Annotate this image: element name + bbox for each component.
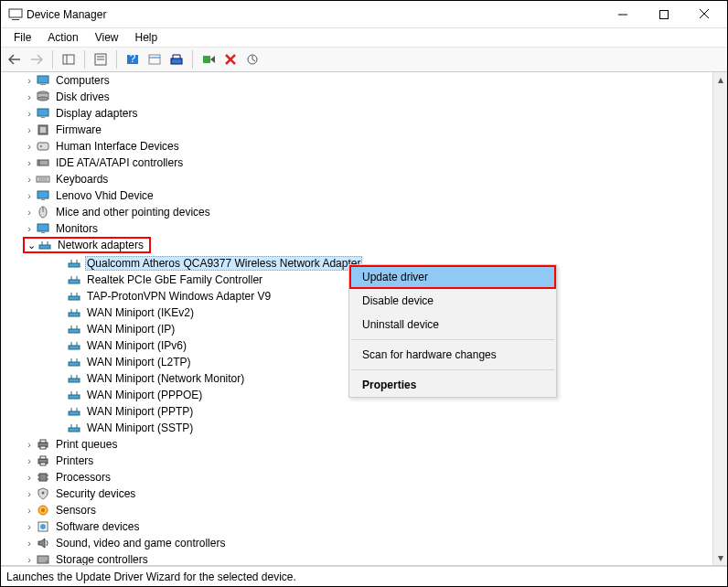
tree-item-label: WAN Miniport (PPTP) xyxy=(85,405,195,418)
menu-view[interactable]: View xyxy=(88,29,126,46)
expand-chevron-icon[interactable]: › xyxy=(23,521,36,532)
expand-chevron-icon[interactable]: › xyxy=(23,207,36,218)
keyboard-icon xyxy=(36,172,50,187)
tree-category[interactable]: ›Printers xyxy=(6,453,712,469)
tree-item-label: Print queues xyxy=(54,438,119,451)
expand-chevron-icon[interactable]: › xyxy=(23,505,36,516)
scroll-up-icon[interactable]: ▴ xyxy=(713,72,727,87)
uninstall-button[interactable] xyxy=(220,49,241,69)
tree-category[interactable]: ›Keyboards xyxy=(6,171,712,187)
svg-point-30 xyxy=(40,145,42,147)
tree-category[interactable]: ›Mice and other pointing devices xyxy=(6,204,712,220)
svg-rect-0 xyxy=(9,9,22,17)
context-menu-item[interactable]: Scan for hardware changes xyxy=(349,343,556,367)
expand-chevron-icon[interactable]: › xyxy=(23,124,36,135)
tree-category[interactable]: ›Security devices xyxy=(6,486,712,502)
tree-category[interactable]: ›Computers xyxy=(6,72,712,89)
tree-category[interactable]: ›Lenovo Vhid Device xyxy=(6,187,712,204)
network-icon xyxy=(67,371,81,386)
expand-chevron-icon[interactable]: › xyxy=(23,141,36,152)
expand-chevron-icon[interactable]: › xyxy=(23,538,36,549)
svg-point-89 xyxy=(42,492,45,495)
app-icon xyxy=(8,7,23,22)
scan-button[interactable] xyxy=(242,49,262,69)
forward-button[interactable] xyxy=(27,49,47,69)
enable-button[interactable] xyxy=(198,49,219,69)
tree-category[interactable]: ›Human Interface Devices xyxy=(6,138,712,155)
expand-chevron-icon[interactable]: › xyxy=(23,223,36,234)
tree-category[interactable]: ›Disk drives xyxy=(6,89,712,105)
toolbar-icon[interactable] xyxy=(145,49,165,69)
svg-text:?: ? xyxy=(130,53,136,65)
display-icon xyxy=(36,106,50,121)
tree-item-adapter[interactable]: WAN Miniport (SSTP) xyxy=(6,420,712,436)
expand-chevron-icon[interactable]: › xyxy=(23,554,36,565)
close-button[interactable] xyxy=(684,2,725,27)
tree-item-adapter[interactable]: WAN Miniport (PPTP) xyxy=(6,403,712,420)
network-icon xyxy=(67,338,81,353)
tree-item-label: Qualcomm Atheros QCA9377 Wireless Networ… xyxy=(85,256,362,271)
maximize-button[interactable] xyxy=(643,2,684,27)
tree-category[interactable]: ›Sound, video and game controllers xyxy=(6,535,712,551)
computer-icon xyxy=(36,73,50,88)
tree-category[interactable]: ›Processors xyxy=(6,469,712,486)
tree-category[interactable]: ›Sensors xyxy=(6,502,712,518)
svg-rect-84 xyxy=(39,474,47,481)
network-icon xyxy=(67,388,81,402)
menu-action[interactable]: Action xyxy=(40,29,85,46)
firmware-icon xyxy=(36,123,50,137)
tree-category[interactable]: ›Monitors xyxy=(6,220,712,237)
properties-button[interactable] xyxy=(91,49,111,69)
expand-chevron-icon[interactable]: ⌄ xyxy=(25,240,37,251)
tree-category[interactable]: ›Storage controllers xyxy=(6,551,712,566)
tree-category[interactable]: ›Print queues xyxy=(6,436,712,453)
show-hide-button[interactable] xyxy=(59,49,79,69)
back-button[interactable] xyxy=(5,49,25,69)
tree-category[interactable]: ›Display adapters xyxy=(6,105,712,122)
tree-item-label: Sound, video and game controllers xyxy=(54,537,227,550)
svg-rect-66 xyxy=(69,379,80,382)
svg-rect-26 xyxy=(41,117,45,118)
scroll-down-icon[interactable]: ▾ xyxy=(713,550,727,565)
tree-category[interactable]: ›Firmware xyxy=(6,122,712,138)
update-driver-button[interactable] xyxy=(166,49,187,69)
menu-help[interactable]: Help xyxy=(128,29,166,46)
tree-item-label: WAN Miniport (SSTP) xyxy=(85,422,195,434)
svg-rect-21 xyxy=(40,84,46,85)
tree-item-label: Realtek PCIe GbE Family Controller xyxy=(85,273,264,286)
expand-chevron-icon[interactable]: › xyxy=(23,174,36,185)
expand-chevron-icon[interactable]: › xyxy=(23,190,36,201)
window-title: Device Manager xyxy=(27,8,602,21)
context-menu-item[interactable]: Update driver xyxy=(349,265,556,289)
context-menu-item[interactable]: Properties xyxy=(349,373,556,397)
menu-file[interactable]: File xyxy=(6,29,38,46)
minimize-button[interactable] xyxy=(602,2,643,27)
context-menu-item[interactable]: Uninstall device xyxy=(349,313,556,336)
network-icon xyxy=(67,256,81,271)
network-icon xyxy=(67,421,81,435)
printer-icon xyxy=(36,437,50,452)
expand-chevron-icon[interactable]: › xyxy=(23,157,36,168)
expand-chevron-icon[interactable]: › xyxy=(23,455,36,466)
tree-category[interactable]: ›Software devices xyxy=(6,518,712,535)
network-icon xyxy=(67,404,81,419)
tree-category[interactable]: ›IDE ATA/ATAPI controllers xyxy=(6,155,712,171)
expand-chevron-icon[interactable]: › xyxy=(23,439,36,450)
expand-chevron-icon[interactable]: › xyxy=(23,108,36,119)
expand-chevron-icon[interactable]: › xyxy=(23,75,36,86)
display-icon xyxy=(36,221,50,236)
expand-chevron-icon[interactable]: › xyxy=(23,472,36,483)
toolbar-divider xyxy=(52,50,53,69)
tree-panel: ›Computers›Disk drives›Display adapters›… xyxy=(1,72,727,566)
svg-rect-29 xyxy=(37,143,48,150)
svg-rect-1 xyxy=(12,19,19,20)
expand-chevron-icon[interactable]: › xyxy=(23,488,36,499)
help-button[interactable]: ? xyxy=(123,49,143,69)
context-menu-item[interactable]: Disable device xyxy=(349,289,556,313)
tree-item-label: Software devices xyxy=(54,520,141,533)
security-icon xyxy=(36,486,50,501)
vertical-scrollbar[interactable]: ▴ ▾ xyxy=(712,72,727,565)
tree-category-network[interactable]: ⌄Network adapters xyxy=(23,237,151,253)
expand-chevron-icon[interactable]: › xyxy=(23,91,36,102)
sensor-icon xyxy=(36,503,50,518)
